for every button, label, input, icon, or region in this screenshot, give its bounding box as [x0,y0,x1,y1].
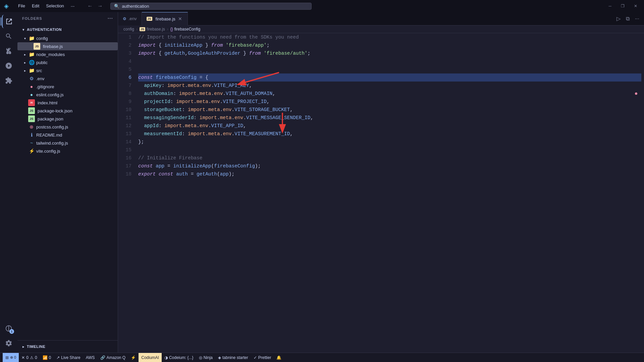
status-prettier[interactable]: ✓ Prettier [251,353,274,362]
tree-item-firebase[interactable]: ▸ JS firebase.js [17,42,118,50]
sidebar-header: FOLDERS ··· [17,12,118,25]
bell-icon: 🔔 [276,355,281,360]
tree-item-public[interactable]: ▸ 🌐 public [17,58,118,66]
config-label: config [36,36,48,41]
pkg-file-icon: JS [28,115,35,122]
tree-item-env[interactable]: ▸ ⚙ .env [17,74,118,83]
line-num-16: 16 [121,154,131,162]
run-button[interactable]: ▷ [614,14,623,23]
file-tree: ▾ AUTHENTICATION ▾ 📁 config ▸ JS firebas… [17,25,118,340]
line-num-7: 7 [121,82,131,90]
code-line-4 [138,57,641,65]
tree-item-package-json[interactable]: ▸ JS package.json [17,115,118,123]
tree-item-node-modules[interactable]: ▸ 📁 node_modules [17,50,118,58]
tree-item-src[interactable]: ▸ 📁 src [17,66,118,74]
tree-item-gitignore[interactable]: ▸ ● .gitignore [17,83,118,91]
tree-item-package-lock[interactable]: ▸ JS package-lock.json [17,107,118,115]
tree-item-index-html[interactable]: ▸ H index.html [17,99,118,107]
status-tabnine[interactable]: ◈ tabnine starter [215,353,251,362]
tree-item-config[interactable]: ▾ 📁 config [17,34,118,42]
error-indicator [635,93,637,95]
remote-label: ⊕ 0 [10,355,16,360]
code-line-1: // Import the functions you need from th… [138,33,641,41]
status-lightning[interactable]: ⚡ [128,353,139,362]
comment-1: // Import the functions you need from th… [138,33,299,41]
gitignore-label: .gitignore [36,84,54,89]
more-actions-button[interactable]: ··· [633,14,641,23]
tabnine-label: tabnine starter [222,355,248,360]
index-file-icon: H [28,99,35,106]
line-num-8: 8 [121,90,131,98]
live-share-label: Live Share [61,355,80,360]
status-codeium[interactable]: ◑ Codeium: {...} [162,353,196,362]
ninja-label: Ninja [204,355,213,360]
root-folder-label: AUTHENTICATION [27,28,62,32]
restore-button[interactable]: ❐ [618,3,627,9]
pkg-label: package.json [38,116,63,121]
activity-search-icon[interactable] [2,30,15,43]
statusbar: ⊞ ⊕ 0 ✕ 0 ⚠ 0 📶 0 ↗ Live Share AWS 🔗 Ama… [0,353,644,362]
line-num-4: 4 [121,57,131,65]
tab-env[interactable]: ⚙ .env [118,12,142,25]
root-folder[interactable]: ▾ AUTHENTICATION [17,25,118,34]
tailwind-file-icon: ~ [28,140,35,146]
vscode-logo-icon: ◈ [4,2,9,10]
activity-run-debug-icon[interactable] [2,59,15,72]
minimize-button[interactable]: ─ [606,3,614,9]
tree-item-postcss[interactable]: ▸ ⊗ postcss.config.js [17,123,118,131]
status-ninja[interactable]: ◎ Ninja [196,353,215,362]
activity-extensions-icon[interactable] [2,74,15,87]
tab-firebase[interactable]: JS firebase.js ✕ [142,12,188,25]
line-num-6: 6 [121,73,131,82]
code-line-14: }; [138,138,641,146]
status-bell[interactable]: 🔔 [274,353,284,362]
tab-bar-actions: ▷ ⧉ ··· [614,14,644,23]
status-errors[interactable]: ✕ 0 ⚠ 0 [19,353,40,362]
error-icon: ✕ [21,355,25,360]
nav-back-button[interactable]: ← [86,2,95,10]
breadcrumb-firebase[interactable]: JS firebase.js [140,27,165,32]
lightning-icon: ⚡ [131,355,136,360]
firebase-tab-close-button[interactable]: ✕ [177,16,183,21]
tree-item-vite[interactable]: ▸ ⚡ vite.config.js [17,147,118,155]
status-info[interactable]: 📶 0 [40,353,54,362]
code-line-18: export const auth = getAuth(app); [138,170,641,178]
timeline-chevron-icon: ▸ [20,343,27,350]
split-editor-button[interactable]: ⧉ [624,14,632,23]
search-bar[interactable]: 🔍 [110,3,312,10]
node-modules-folder-icon: 📁 [28,51,35,58]
tree-item-eslint[interactable]: ▸ ● eslint.config.js [17,91,118,99]
tailwind-label: tailwind.config.js [36,141,68,146]
timeline-section[interactable]: ▸ TIMELINE [17,340,118,353]
editor-wrapper: ⚙ .env JS firebase.js ✕ ▷ ⧉ ··· config [118,12,644,353]
nav-forward-button[interactable]: → [96,2,105,10]
remote-badge: 1 [9,329,14,334]
status-remote-button[interactable]: ⊞ ⊕ 0 [3,353,19,362]
timeline-header[interactable]: ▸ TIMELINE [17,342,118,351]
menu-file[interactable]: File [15,3,28,9]
menu-selection[interactable]: Selection [43,3,66,9]
eslint-file-icon: ● [28,91,35,98]
tree-item-readme[interactable]: ▸ ℹ README.md [17,131,118,139]
search-icon: 🔍 [114,4,119,9]
activity-settings-icon[interactable] [2,337,15,350]
search-input[interactable] [122,4,308,9]
sidebar-more-button[interactable]: ··· [108,15,113,21]
menu-edit[interactable]: Edit [29,3,42,9]
status-amazon-q[interactable]: 🔗 Amazon Q [98,353,128,362]
activity-source-control-icon[interactable] [2,44,15,58]
menu-more[interactable]: ··· [68,3,77,9]
breadcrumb-firebase-config[interactable]: {} firebaseConfig [170,27,200,32]
status-codium-ai[interactable]: CodiumAI [139,353,162,362]
code-editor[interactable]: 1 2 3 4 5 6 7 8 9 10 11 12 13 14 15 16 1 [118,33,644,353]
code-line-8: authDomain: import.meta.env.VITE_AUTH_DO… [138,90,641,98]
status-live-share[interactable]: ↗ Live Share [54,353,83,362]
line-num-13: 13 [121,130,131,138]
code-content[interactable]: // Import the functions you need from th… [136,33,644,346]
activity-explorer-icon[interactable] [2,15,15,28]
tree-item-tailwind[interactable]: ▸ ~ tailwind.config.js [17,139,118,147]
status-aws[interactable]: AWS [83,353,98,362]
breadcrumb-config[interactable]: config [123,27,134,32]
close-button[interactable]: ✕ [631,3,640,9]
activity-remote-icon[interactable]: 1 [2,322,15,335]
